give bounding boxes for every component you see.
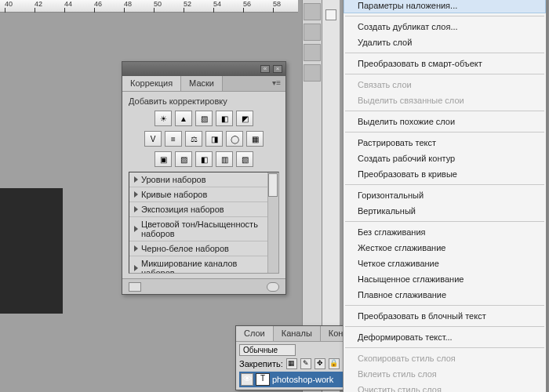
adjustment-icon[interactable]: ≡ (165, 131, 182, 147)
layers-tabs: Слои Каналы Контуры (236, 326, 348, 342)
menu-separator (345, 347, 544, 348)
expand-triangle-icon (134, 176, 138, 183)
layer-name: photoshop-work (272, 375, 333, 384)
menu-item[interactable]: Вертикальный (344, 203, 546, 219)
ruler-tick: 46 (94, 0, 102, 8)
panel-collapse-icon[interactable]: « (260, 65, 270, 73)
layers-body: Обычные Закрепить: ▦ ✎ ✥ 🔒 👁 T photoshop… (236, 342, 348, 390)
menu-item[interactable]: Преобразовать в блочный текст (344, 308, 546, 324)
adjustment-icon[interactable]: ▨ (175, 151, 192, 167)
adjustment-preset-item[interactable]: Кривые наборов (129, 187, 267, 202)
panel-close-icon[interactable]: × (273, 65, 282, 73)
menu-separator (345, 111, 544, 111)
menu-item[interactable]: Параметры наложения... (344, 0, 546, 13)
tab-correction[interactable]: Коррекция (122, 76, 181, 91)
dock-icon-1[interactable] (304, 3, 321, 20)
menu-separator (345, 74, 544, 74)
expand-triangle-icon (134, 226, 138, 232)
ruler-tick: 52 (184, 0, 191, 8)
preset-label: Кривые наборов (141, 190, 207, 199)
dock-icon-4[interactable] (304, 64, 321, 82)
layer-row-selected[interactable]: 👁 T photoshop-work (239, 372, 345, 387)
ruler-tick: 50 (154, 0, 162, 8)
adjustment-icon[interactable]: ◩ (236, 111, 253, 126)
menu-item[interactable]: Четкое сглаживание (344, 256, 546, 271)
menu-item[interactable]: Горизонтальный (344, 187, 546, 203)
adjustment-icon[interactable]: ◧ (216, 111, 233, 126)
menu-item[interactable]: Создать дубликат слоя... (344, 19, 546, 34)
menu-item[interactable]: Преобразовать в кривые (344, 166, 546, 182)
adjustment-icon[interactable]: ☀ (155, 111, 172, 126)
adjustment-icon[interactable]: V (144, 131, 162, 147)
adjustment-icon[interactable]: ◯ (226, 131, 243, 147)
adjustments-tabs: Коррекция Маски ▾≡ (122, 76, 285, 92)
dock-icon-2[interactable] (304, 24, 321, 41)
blend-mode-select[interactable]: Обычные (239, 344, 296, 356)
preset-label: Уровни наборов (141, 175, 206, 184)
preset-label: Черно-белое наборов (141, 244, 229, 253)
adjustment-icon[interactable]: ▥ (216, 151, 233, 167)
ruler-tick: 58 (273, 0, 281, 8)
canvas-edge (0, 188, 63, 314)
adjustment-icon[interactable]: ⚖ (185, 131, 202, 147)
tab-layers[interactable]: Слои (236, 326, 274, 341)
adjustment-preset-item[interactable]: Цветовой тон/Насыщенность наборов (129, 217, 267, 241)
adjustment-icon[interactable]: ▧ (236, 151, 253, 167)
menu-item[interactable]: Без сглаживания (344, 224, 546, 240)
adjustments-panel: « × Коррекция Маски ▾≡ Добавить корректи… (122, 61, 286, 295)
tab-masks[interactable]: Маски (181, 76, 223, 91)
visibility-eye-icon[interactable]: 👁 (241, 373, 253, 386)
lock-transparency-icon[interactable]: ▦ (286, 358, 297, 369)
expand-triangle-icon (134, 245, 138, 252)
preset-label: Микширование каналов наборов (141, 259, 263, 274)
adjustment-preset-item[interactable]: Уровни наборов (129, 172, 267, 187)
preset-label: Цветовой тон/Насыщенность наборов (141, 220, 263, 238)
expand-triangle-icon (134, 191, 138, 198)
menu-item[interactable]: Выделить похожие слои (344, 114, 546, 129)
menu-item[interactable]: Жесткое сглаживание (344, 240, 546, 256)
menu-item: Связать слои (344, 77, 546, 93)
adjustment-icon[interactable]: ▦ (246, 131, 264, 147)
adjustment-preset-item[interactable]: Черно-белое наборов (129, 241, 267, 256)
menu-separator (345, 221, 544, 222)
adjustments-footer (122, 278, 285, 294)
menu-separator (345, 305, 544, 306)
menu-separator (345, 326, 544, 327)
lock-position-icon[interactable]: ✥ (314, 358, 325, 369)
tab-channels[interactable]: Каналы (274, 326, 321, 341)
menu-item[interactable]: Преобразовать в смарт-объект (344, 56, 546, 71)
adjustment-icon[interactable]: ▣ (155, 151, 172, 167)
list-scrollbar-thumb[interactable] (268, 173, 278, 197)
dock2-icon[interactable] (325, 9, 336, 20)
adjustment-icon[interactable]: ◨ (205, 131, 223, 147)
panel-menu-icon[interactable]: ▾≡ (267, 76, 285, 91)
adjustment-preset-item[interactable]: Экспозиция наборов (129, 202, 267, 217)
menu-separator (345, 16, 544, 16)
menu-item[interactable]: Насыщенное сглаживание (344, 271, 546, 287)
ruler-tick: 48 (124, 0, 132, 8)
menu-item[interactable]: Деформировать текст... (344, 329, 546, 345)
menu-item[interactable]: Создать рабочий контур (344, 151, 546, 166)
footer-icon-right[interactable] (267, 282, 279, 292)
dock-icon-3[interactable] (304, 44, 321, 61)
menu-item[interactable]: Плавное сглаживание (344, 287, 546, 303)
horizontal-ruler: 40424446485052545658 (0, 0, 298, 13)
list-scrollbar[interactable] (267, 172, 278, 273)
adjustment-icon[interactable]: ◧ (195, 151, 213, 167)
menu-item[interactable]: Удалить слой (344, 34, 546, 50)
lock-pixels-icon[interactable]: ✎ (300, 358, 311, 369)
menu-item: Выделить связанные слои (344, 93, 546, 108)
adjustment-icon[interactable]: ▨ (195, 111, 213, 126)
expand-triangle-icon (134, 206, 138, 212)
menu-separator (345, 132, 544, 132)
adjustment-preset-item[interactable]: Микширование каналов наборов (129, 256, 267, 274)
menu-item[interactable]: Растрировать текст (344, 135, 546, 151)
adj-icon-row-3: ▣▨◧▥▧ (129, 151, 279, 167)
ruler-tick: 42 (35, 0, 42, 8)
footer-icon-left[interactable] (129, 282, 141, 292)
lock-all-icon[interactable]: 🔒 (329, 358, 340, 369)
adjustments-preset-list: Уровни наборовКривые наборовЭкспозиция н… (129, 172, 279, 274)
panel-titlebar[interactable]: « × (122, 62, 285, 76)
layer-type-text-icon: T (256, 373, 270, 386)
adjustment-icon[interactable]: ▲ (175, 111, 192, 126)
